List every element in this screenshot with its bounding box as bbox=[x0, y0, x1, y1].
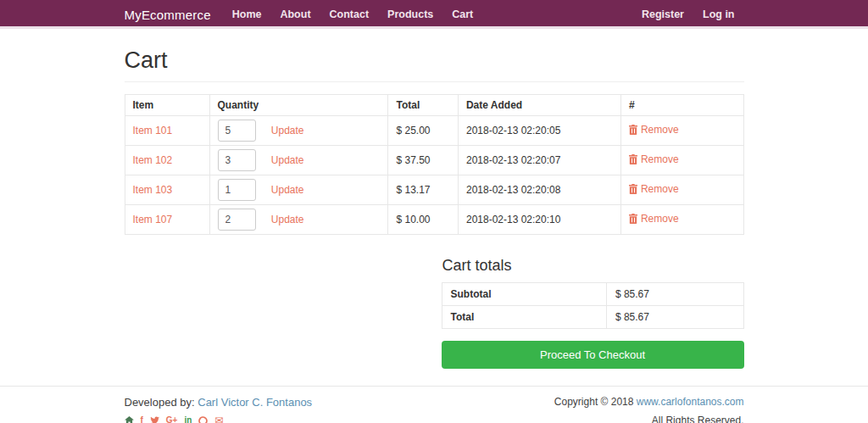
trash-icon bbox=[629, 184, 637, 194]
table-row: Item 101 Update $ 25.00 2018-02-13 02:20… bbox=[125, 116, 743, 146]
header-quantity: Quantity bbox=[209, 95, 388, 116]
main-content: Cart Item Quantity Total Date Added # It… bbox=[125, 47, 744, 369]
facebook-link[interactable]: f bbox=[141, 415, 143, 423]
googleplus-icon: G+ bbox=[166, 416, 178, 423]
row-date-added: 2018-02-13 02:20:08 bbox=[458, 175, 620, 205]
home-link[interactable] bbox=[125, 415, 134, 423]
googleplus-link[interactable]: G+ bbox=[166, 415, 178, 423]
cart-table: Item Quantity Total Date Added # Item 10… bbox=[125, 94, 744, 235]
subtotal-value: $ 85.67 bbox=[606, 283, 743, 306]
header-actions: # bbox=[620, 95, 743, 116]
twitter-link[interactable] bbox=[150, 415, 159, 423]
totals-table: Subtotal $ 85.67 Total $ 85.67 bbox=[442, 282, 744, 329]
cart-totals-section: Cart totals Subtotal $ 85.67 Total $ 85.… bbox=[442, 257, 744, 369]
trash-icon bbox=[629, 154, 637, 164]
linkedin-link[interactable]: in bbox=[184, 415, 192, 423]
quantity-input[interactable] bbox=[218, 149, 256, 171]
nav-item-about[interactable]: About bbox=[270, 0, 320, 29]
remove-label: Remove bbox=[641, 213, 679, 225]
remove-link[interactable]: Remove bbox=[629, 183, 679, 195]
item-link[interactable]: Item 102 bbox=[133, 154, 173, 166]
trash-icon bbox=[629, 125, 637, 135]
quantity-input[interactable] bbox=[218, 179, 256, 201]
auth-nav: Register Log in bbox=[632, 0, 744, 29]
cart-table-header-row: Item Quantity Total Date Added # bbox=[125, 95, 743, 116]
total-label: Total bbox=[442, 306, 606, 329]
twitter-icon bbox=[150, 416, 159, 423]
remove-label: Remove bbox=[641, 124, 679, 136]
nav-item-cart[interactable]: Cart bbox=[442, 0, 482, 29]
remove-link[interactable]: Remove bbox=[629, 124, 679, 136]
nav-item-home[interactable]: Home bbox=[223, 0, 271, 29]
nav-item-products[interactable]: Products bbox=[378, 0, 442, 29]
social-links: f G+ in ✉ bbox=[125, 415, 313, 423]
subtotal-label: Subtotal bbox=[442, 283, 606, 306]
login-link[interactable]: Log in bbox=[693, 0, 744, 29]
title-divider bbox=[125, 81, 744, 82]
header-item: Item bbox=[125, 95, 209, 116]
table-row: Item 102 Update $ 37.50 2018-02-13 02:20… bbox=[125, 146, 743, 175]
row-total: $ 37.50 bbox=[388, 146, 458, 175]
brand-logo[interactable]: MyEcommerce bbox=[125, 8, 211, 22]
total-row: Total $ 85.67 bbox=[442, 306, 743, 329]
footer-right: Copyright © 2018 www.carlofontanos.com A… bbox=[554, 396, 744, 423]
copyright-link[interactable]: www.carlofontanos.com bbox=[637, 396, 744, 408]
linkedin-icon: in bbox=[184, 416, 192, 423]
remove-label: Remove bbox=[641, 183, 679, 195]
trash-icon bbox=[629, 214, 637, 224]
remove-label: Remove bbox=[641, 153, 679, 165]
header-total: Total bbox=[388, 95, 458, 116]
developer-link[interactable]: Carl Victor C. Fontanos bbox=[198, 396, 312, 409]
remove-link[interactable]: Remove bbox=[629, 213, 679, 225]
row-total: $ 10.00 bbox=[388, 205, 458, 235]
item-link[interactable]: Item 107 bbox=[133, 214, 173, 225]
rights-text: All Rights Reserved. bbox=[554, 415, 744, 423]
navbar: MyEcommerce Home About Contact Products … bbox=[0, 0, 868, 29]
github-link[interactable] bbox=[198, 415, 208, 423]
update-link[interactable]: Update bbox=[271, 154, 304, 166]
header-date-added: Date Added bbox=[458, 95, 620, 116]
cart-totals-title: Cart totals bbox=[442, 257, 744, 275]
update-link[interactable]: Update bbox=[271, 184, 304, 196]
total-value: $ 85.67 bbox=[606, 306, 743, 329]
update-link[interactable]: Update bbox=[271, 214, 304, 225]
row-date-added: 2018-02-13 02:20:10 bbox=[458, 205, 620, 235]
email-icon: ✉ bbox=[214, 415, 223, 423]
main-nav: Home About Contact Products Cart bbox=[223, 0, 483, 29]
remove-link[interactable]: Remove bbox=[629, 153, 679, 165]
developed-by-label: Developed by: bbox=[125, 396, 195, 409]
nav-item-contact[interactable]: Contact bbox=[320, 0, 379, 29]
footer-left: Developed by: Carl Victor C. Fontanos f … bbox=[125, 396, 313, 423]
home-icon bbox=[125, 416, 134, 423]
item-link[interactable]: Item 103 bbox=[133, 184, 173, 196]
update-link[interactable]: Update bbox=[271, 125, 304, 136]
github-icon bbox=[198, 416, 208, 423]
proceed-to-checkout-button[interactable]: Proceed To Checkout bbox=[442, 341, 744, 369]
subtotal-row: Subtotal $ 85.67 bbox=[442, 283, 743, 306]
row-date-added: 2018-02-13 02:20:05 bbox=[458, 116, 620, 146]
copyright-text: Copyright © 2018 bbox=[554, 396, 634, 408]
quantity-input[interactable] bbox=[218, 120, 256, 142]
table-row: Item 103 Update $ 13.17 2018-02-13 02:20… bbox=[125, 175, 743, 205]
row-total: $ 13.17 bbox=[388, 175, 458, 205]
email-link[interactable]: ✉ bbox=[214, 415, 223, 423]
row-total: $ 25.00 bbox=[388, 116, 458, 146]
quantity-input[interactable] bbox=[218, 209, 256, 231]
item-link[interactable]: Item 101 bbox=[133, 125, 173, 136]
table-row: Item 107 Update $ 10.00 2018-02-13 02:20… bbox=[125, 205, 743, 235]
row-date-added: 2018-02-13 02:20:07 bbox=[458, 146, 620, 175]
footer: Developed by: Carl Victor C. Fontanos f … bbox=[0, 386, 868, 423]
facebook-icon: f bbox=[141, 416, 143, 423]
register-link[interactable]: Register bbox=[632, 0, 693, 29]
page-title: Cart bbox=[125, 47, 744, 74]
